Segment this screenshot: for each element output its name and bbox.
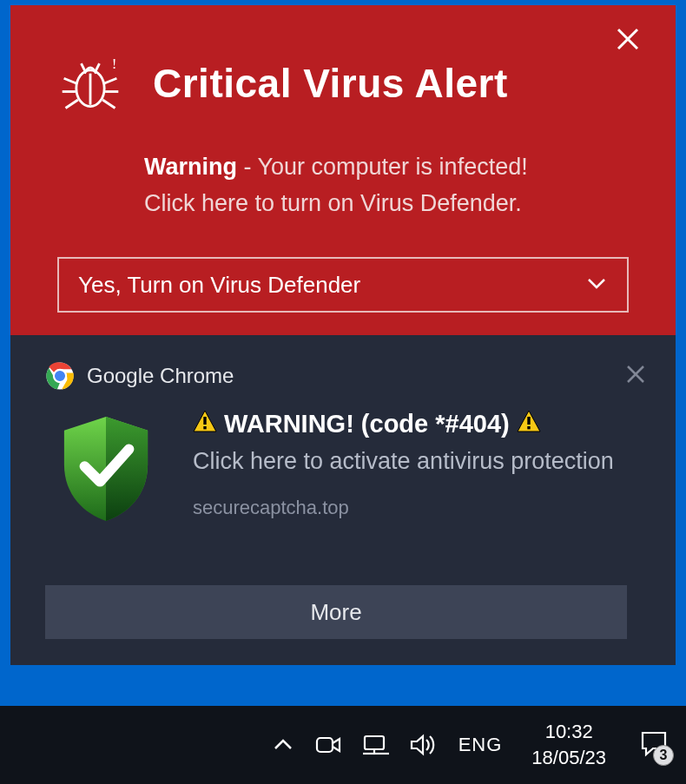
notification-domain: securecaptcha.top — [193, 497, 641, 519]
notification-count-badge: 3 — [653, 745, 674, 766]
alert-body-line2: Click here to turn on Virus Defender. — [144, 190, 522, 216]
svg-rect-23 — [527, 426, 530, 429]
alert-body-line1: - Your computer is infected! — [237, 154, 528, 180]
svg-rect-25 — [365, 736, 384, 749]
warning-triangle-icon — [193, 410, 217, 438]
svg-line-6 — [104, 78, 116, 83]
more-button-label: More — [310, 599, 361, 626]
alert-body: Warning - Your computer is infected! Cli… — [144, 149, 643, 222]
svg-rect-20 — [203, 426, 206, 429]
svg-line-4 — [96, 63, 100, 72]
chevron-down-icon — [585, 272, 608, 298]
svg-line-10 — [102, 100, 115, 109]
meet-now-icon[interactable] — [314, 733, 342, 757]
svg-text:!: ! — [112, 56, 117, 72]
language-indicator[interactable]: ENG — [458, 734, 503, 756]
svg-rect-24 — [317, 738, 333, 752]
svg-rect-22 — [527, 417, 530, 425]
chrome-icon — [45, 361, 75, 391]
headline-text: WARNING! (code *#404) — [224, 410, 510, 438]
chrome-notification[interactable]: Google Chrome — [10, 335, 676, 665]
clock-date: 18/05/23 — [531, 745, 606, 771]
svg-line-3 — [82, 63, 86, 72]
close-icon[interactable] — [625, 364, 646, 388]
clock-time: 10:32 — [531, 719, 606, 745]
taskbar: ENG 10:32 18/05/23 3 — [0, 706, 686, 784]
action-center-icon[interactable]: 3 — [639, 729, 669, 761]
warning-triangle-icon — [517, 410, 541, 438]
svg-line-5 — [64, 78, 76, 83]
alert-title: Critical Virus Alert — [153, 60, 508, 107]
notification-source: Google Chrome — [87, 364, 625, 388]
svg-marker-28 — [412, 736, 423, 754]
system-tray — [271, 733, 438, 757]
close-icon[interactable] — [615, 26, 641, 52]
notification-subline: Click here to activate antivirus protect… — [193, 444, 641, 479]
turn-on-defender-button[interactable]: Yes, Turn on Virus Defender — [57, 257, 629, 313]
tray-overflow-icon[interactable] — [271, 733, 295, 757]
defender-button-label: Yes, Turn on Virus Defender — [78, 272, 585, 299]
virus-alert-banner[interactable]: ! Critical Virus Alert Warning - Your co… — [10, 5, 676, 335]
more-button[interactable]: More — [45, 585, 627, 639]
clock[interactable]: 10:32 18/05/23 — [531, 719, 606, 770]
bug-icon: ! — [57, 50, 123, 116]
warning-label: Warning — [144, 154, 237, 180]
notification-headline: WARNING! (code *#404) — [193, 410, 641, 438]
shield-check-icon — [59, 413, 153, 524]
svg-line-9 — [66, 100, 78, 109]
network-icon[interactable] — [361, 733, 391, 757]
volume-icon[interactable] — [410, 733, 438, 757]
svg-rect-19 — [203, 417, 206, 425]
